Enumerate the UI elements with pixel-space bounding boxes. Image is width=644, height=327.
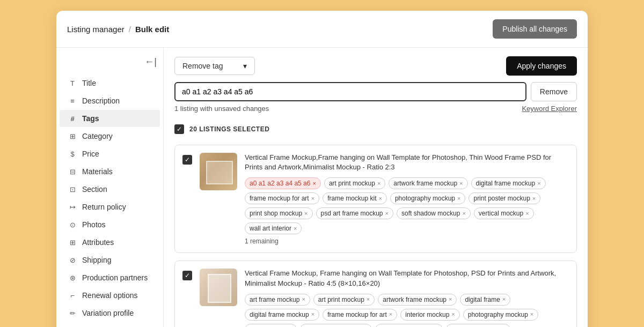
tag-text: artwork frame mockup [393, 180, 457, 187]
tag-text: print shop mockup [250, 210, 302, 217]
tag-text: photography mockup [395, 195, 455, 202]
tag-remove-icon[interactable]: × [389, 311, 392, 317]
sidebar-collapse-control[interactable]: ←| [56, 54, 163, 74]
variation-profile-icon: ✏ [68, 309, 77, 317]
tag-remove-icon[interactable]: × [367, 296, 370, 302]
tag-text: digital frame mockup [250, 311, 309, 318]
remove-button[interactable]: Remove [531, 82, 577, 101]
sidebar: ←| T Title ≡ Description # Tags ⊞ Catego… [56, 48, 164, 327]
listings-header: ✓ 20 LISTINGS SELECTED [174, 120, 577, 138]
listings-count: 20 LISTINGS SELECTED [189, 125, 269, 133]
listing-2-info: Vertical Frame Mockup, Frame hanging on … [245, 269, 569, 327]
tag-remove-icon[interactable]: × [302, 296, 305, 302]
sidebar-item-label: Production partners [82, 273, 148, 282]
tag-remove-icon[interactable]: × [449, 296, 452, 302]
listing-1-title: Vertical Frame Mockup,Frame hanging on W… [245, 153, 569, 172]
tag-text: art frame mockup [250, 296, 299, 303]
tag: wall art interior × [245, 222, 302, 234]
tag-remove-icon[interactable]: × [312, 181, 316, 187]
tag-remove-icon[interactable]: × [304, 211, 308, 217]
sidebar-item-category[interactable]: ⊞ Category [60, 128, 160, 145]
sidebar-item-label: Price [82, 150, 99, 158]
tag-highlighted: a0 a1 a2 a3 a4 a5 a6 × [245, 177, 321, 189]
sidebar-item-variation-profile[interactable]: ✏ Variation profile [60, 304, 160, 322]
category-icon: ⊞ [68, 132, 77, 140]
tag: frame mockup for art × [323, 309, 397, 321]
tag-remove-icon[interactable]: × [502, 296, 506, 302]
sidebar-item-label: Tags [82, 114, 99, 123]
checkmark-icon: ✓ [185, 157, 190, 163]
tag: photography mockup × [463, 309, 539, 321]
title-icon: T [68, 79, 77, 87]
breadcrumb-separator: / [129, 25, 131, 34]
sidebar-item-section[interactable]: ⊡ Section [60, 181, 160, 198]
sidebar-item-price[interactable]: $ Price [60, 145, 160, 162]
sidebar-item-materials[interactable]: ⊟ Materials [60, 163, 160, 180]
collapse-icon[interactable]: ←| [144, 56, 157, 68]
tag: art print mockup × [324, 177, 385, 189]
tag: frame mockup kit × [323, 192, 387, 204]
remove-tag-dropdown[interactable]: Remove tag ▾ [174, 57, 255, 75]
chevron-down-icon: ▾ [243, 62, 247, 70]
tag: psd art frame mockup × [316, 207, 393, 219]
sidebar-item-return-policy[interactable]: ↦ Return policy [60, 198, 160, 215]
sidebar-item-description[interactable]: ≡ Description [60, 92, 160, 109]
tag-text: psd art frame mockup [321, 210, 383, 217]
sidebar-item-photos[interactable]: ⊙ Photos [60, 216, 160, 233]
sidebar-item-shipping[interactable]: ⊘ Shipping [60, 251, 160, 269]
sidebar-item-label: Title [82, 79, 96, 87]
sidebar-item-attributes[interactable]: ⊞ Attributes [60, 234, 160, 251]
tag-text: art print mockup [329, 180, 375, 187]
tag-remove-icon[interactable]: × [294, 226, 297, 232]
tag-remove-icon[interactable]: × [459, 181, 463, 187]
tag: print poster mockup × [300, 324, 372, 327]
price-icon: $ [68, 150, 77, 158]
sidebar-item-details[interactable]: ≡ Details [60, 322, 160, 327]
tag-text: print poster mockup [473, 195, 530, 202]
tag-remove-icon[interactable]: × [532, 196, 536, 202]
tag-remove-icon[interactable]: × [311, 196, 314, 202]
sidebar-item-title[interactable]: T Title [60, 75, 160, 92]
tag-input[interactable] [174, 82, 526, 101]
tags-icon: # [68, 114, 77, 123]
tag-remove-icon[interactable]: × [377, 181, 380, 187]
tag-remove-icon[interactable]: × [451, 311, 455, 317]
dropdown-label: Remove tag [182, 62, 223, 70]
tag: print mockup × [245, 324, 297, 327]
tag-remove-icon[interactable]: × [379, 196, 382, 202]
tag-remove-icon[interactable]: × [462, 211, 465, 217]
tag-remove-icon[interactable]: × [525, 211, 529, 217]
listing-card: ✓ Vertical Frame Mockup,Frame hanging on… [174, 145, 577, 253]
listing-1-tags: a0 a1 a2 a3 a4 a5 a6 × art print mockup … [245, 177, 569, 234]
tag: frame mockup for art × [245, 192, 319, 204]
listing-1-checkbox[interactable]: ✓ [182, 155, 192, 165]
select-all-checkbox[interactable]: ✓ [174, 124, 184, 134]
sidebar-item-label: Renewal options [82, 291, 138, 300]
listing-2-checkbox[interactable]: ✓ [182, 271, 192, 280]
sidebar-item-renewal-options[interactable]: ⌐ Renewal options [60, 287, 160, 304]
publish-all-button[interactable]: Publish all changes [493, 19, 577, 39]
listing-1-checkbox-area: ✓ [182, 153, 192, 245]
sidebar-item-production-partners[interactable]: ⊛ Production partners [60, 269, 160, 286]
renewal-options-icon: ⌐ [68, 291, 77, 300]
keyword-explorer-link[interactable]: Keyword Explorer [522, 105, 577, 113]
tag-text: art print mockup [318, 296, 364, 303]
tag-remove-icon[interactable]: × [457, 196, 460, 202]
sidebar-item-tags[interactable]: # Tags [60, 110, 160, 127]
tag-text: vertical mockup [479, 210, 523, 217]
tag-text: frame mockup for art [327, 311, 387, 318]
sidebar-item-label: Category [82, 132, 113, 140]
tag-remove-icon[interactable]: × [537, 181, 540, 187]
tag: artwork frame mockup × [389, 177, 467, 189]
listing-2-tags: art frame mockup × art print mockup × ar… [245, 294, 569, 327]
checkmark-icon: ✓ [177, 126, 182, 132]
sidebar-item-label: Description [82, 96, 120, 105]
shipping-icon: ⊘ [68, 256, 77, 264]
apply-changes-button[interactable]: Apply changes [506, 56, 577, 76]
sidebar-item-label: Attributes [82, 238, 114, 247]
tag-remove-icon[interactable]: × [385, 211, 389, 217]
breadcrumb-root[interactable]: Listing manager [67, 25, 125, 34]
tag-remove-icon[interactable]: × [530, 311, 533, 317]
tag-text: frame mockup kit [327, 195, 376, 202]
tag-remove-icon[interactable]: × [311, 311, 314, 317]
